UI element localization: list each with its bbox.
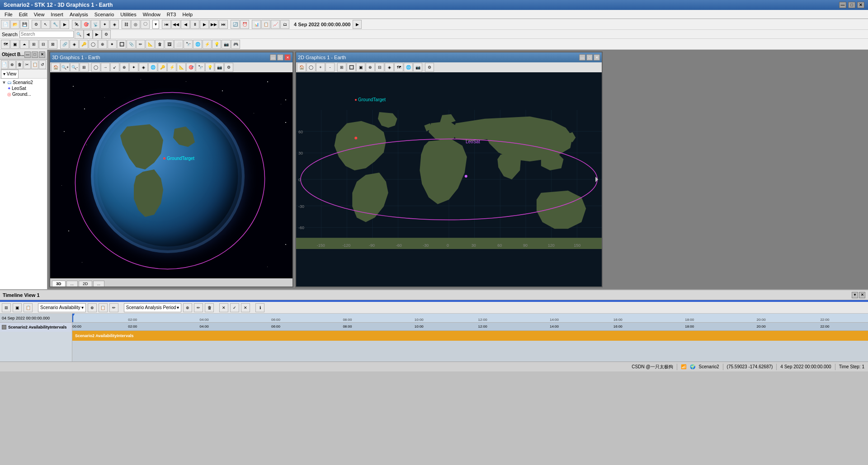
tb-step-fwd[interactable]: ▶▶ [209,20,218,29]
menu-file[interactable]: File [2,11,15,18]
tb-report[interactable]: 📋 [261,20,270,29]
tl-sap-2[interactable]: ✏ [194,303,203,312]
obj-browser-close[interactable]: ✕ [39,52,45,58]
win-3d-close[interactable]: ✕ [284,54,291,61]
tb-cov[interactable]: ◎ [131,20,140,29]
tb-play[interactable]: ▶ [200,20,209,29]
w2d-tb-4[interactable]: 🔲 [347,63,356,72]
tb2-23[interactable]: 💡 [212,40,221,49]
close-button[interactable]: ✕ [857,2,864,8]
w3d-tb-6[interactable]: ↙ [110,63,119,72]
w2d-tb-zoom-in[interactable]: + [316,63,325,72]
w3d-tb-1[interactable]: 🏠 [51,63,60,72]
tb2-12[interactable]: ✦ [108,40,117,49]
w2d-tb-3[interactable]: ⊞ [337,63,346,72]
tl-info[interactable]: ℹ [255,303,264,312]
tb-play-back-end[interactable]: ⏮ [162,20,171,29]
obj-view-dropdown[interactable]: ▾ View [1,70,19,79]
tb-insert-sat[interactable]: 🛰 [72,20,81,29]
tl-sap-3[interactable]: 🗑 [205,303,214,312]
w3d-tb-zoom-out[interactable]: 🔍- [70,63,79,72]
tree-item-leosat[interactable]: ✦ LeoSat [1,85,46,91]
tb-save[interactable]: 💾 [20,20,29,29]
tb-select[interactable]: ↖ [41,20,50,29]
w3d-tb-5[interactable]: → [101,63,110,72]
w2d-tb-2[interactable]: ◯ [307,63,316,72]
w3d-tb-9[interactable]: ◈ [139,63,148,72]
tb2-4[interactable]: ⊞ [29,40,38,49]
scenario-availability-dropdown[interactable]: Scenario Availability ▾ [38,303,86,312]
w2d-tb-zoom-out[interactable]: - [326,63,335,72]
tab-3d-dots[interactable]: ... [66,281,78,287]
tb-more2[interactable]: ▶ [60,20,69,29]
w2d-tb-settings[interactable]: ⚙ [425,63,434,72]
tb-play-end[interactable]: ⏭ [219,20,228,29]
tb-loop[interactable]: 🔄 [231,20,240,29]
search-prev[interactable]: ◀ [84,30,93,39]
tl-x2[interactable]: ✕ [241,303,250,312]
tb2-1[interactable]: 🗺 [1,40,10,49]
w3d-tb-4[interactable]: ◯ [91,63,100,72]
tb2-13[interactable]: 🔲 [117,40,126,49]
w3d-tb-3[interactable]: ⊞ [80,63,89,72]
tl-sap-1[interactable]: ⊕ [183,303,192,312]
w3d-tb-8[interactable]: ✦ [129,63,138,72]
w2d-tb-6[interactable]: ⊕ [366,63,375,72]
w2d-tb-8[interactable]: ◈ [385,63,394,72]
tl-sa-1[interactable]: ⊕ [88,303,97,312]
tab-3d[interactable]: 3D [52,281,66,287]
tree-item-ground[interactable]: ◎ Ground... [1,91,46,97]
obj-tb-5[interactable]: 📋 [31,60,38,69]
tl-check[interactable]: ✓ [230,303,239,312]
tb2-20[interactable]: 🔭 [184,40,193,49]
tb-open[interactable]: 📂 [10,20,19,29]
tb-chain[interactable]: ⛓ [122,20,131,29]
w2d-tb-10[interactable]: 🌐 [404,63,413,72]
win-2d-max[interactable]: □ [586,54,593,61]
tb-more3[interactable]: ✦ [100,20,109,29]
tb-more5[interactable]: ⏰ [240,20,249,29]
tb2-18[interactable]: 🖼 [165,40,174,49]
tb2-14[interactable]: 📎 [127,40,136,49]
menu-analysis[interactable]: Analysis [67,11,91,18]
obj-tb-2[interactable]: ⊕ [9,60,16,69]
tl-sa-3[interactable]: ✏ [109,303,118,312]
obj-tb-6[interactable]: ↺ [39,60,46,69]
w3d-tb-14[interactable]: 🎯 [186,63,195,72]
menu-rt3[interactable]: RT3 [164,11,179,18]
tb-pause[interactable]: ⏸ [190,20,199,29]
win-2d-min[interactable]: — [579,54,585,61]
tb2-21[interactable]: 🌐 [193,40,202,49]
tb2-25[interactable]: 🎮 [231,40,240,49]
tb-more1[interactable]: 🔧 [51,20,60,29]
obj-tb-4[interactable]: ✂ [24,60,31,69]
tb2-16[interactable]: 📐 [146,40,155,49]
w3d-tb-17[interactable]: 📷 [215,63,224,72]
menu-utilities[interactable]: Utilities [118,11,139,18]
search-options[interactable]: ⚙ [102,30,111,39]
search-input[interactable] [19,31,74,38]
tb-more6[interactable]: 📊 [252,20,261,29]
tb2-19[interactable]: ⬜ [174,40,183,49]
win-2d-content[interactable]: 60 30 0 -30 -60 -150 -120 -90 -60 -30 0 … [296,72,602,287]
menu-view[interactable]: View [31,11,47,18]
tb2-9[interactable]: 🔑 [79,40,88,49]
tl-sa-2[interactable]: 📋 [99,303,108,312]
menu-edit[interactable]: Edit [16,11,30,18]
menu-scenario[interactable]: Scenario [92,11,117,18]
w3d-tb-10[interactable]: 🌐 [148,63,157,72]
obj-browser-max[interactable]: □ [32,52,38,58]
tb2-8[interactable]: ◈ [70,40,79,49]
tb-insert-tgt[interactable]: 🎯 [81,20,90,29]
menu-insert[interactable]: Insert [48,11,66,18]
minimize-button[interactable]: — [839,2,846,8]
tree-item-scenario[interactable]: ▼ 🗂 Scenario2 [1,80,46,85]
scenario-analysis-dropdown[interactable]: Scenario Analysis Period ▾ [124,303,182,312]
w3d-tb-7[interactable]: ⊕ [120,63,129,72]
win-3d-max[interactable]: □ [277,54,283,61]
tb-time-arrow[interactable]: ▶ [353,20,362,29]
w3d-tb-12[interactable]: ⚡ [167,63,176,72]
tb2-2[interactable]: ▣ [10,40,19,49]
tb2-5[interactable]: ⊟ [39,40,48,49]
maximize-button[interactable]: □ [848,2,855,8]
